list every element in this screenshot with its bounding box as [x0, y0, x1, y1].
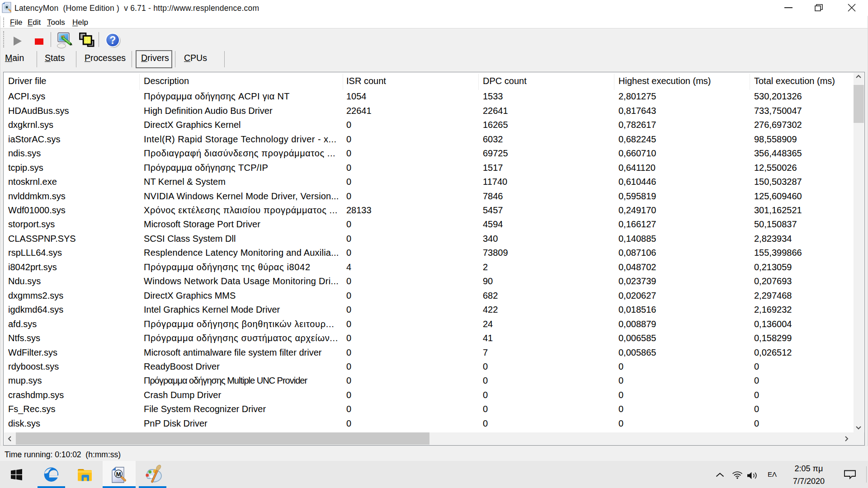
svg-text:?: ? [109, 34, 116, 46]
svg-text:M: M [116, 471, 121, 478]
